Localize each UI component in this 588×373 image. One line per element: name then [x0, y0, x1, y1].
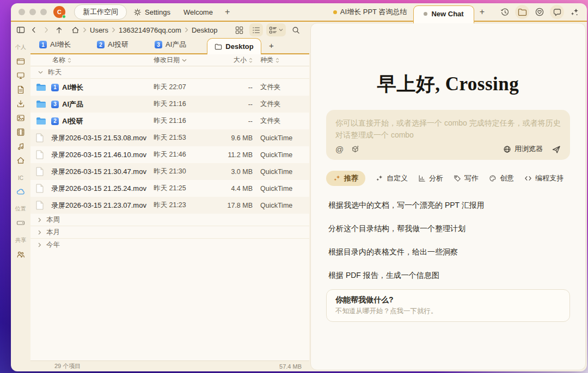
sidebar-item-movies[interactable] [16, 125, 25, 139]
new-workspace-tab-button[interactable]: + [219, 7, 235, 17]
list-view-button[interactable] [249, 23, 263, 36]
search-icon[interactable] [289, 23, 303, 36]
table-row[interactable]: 录屏2026-03-15 21.46.10.mov 昨天 21:46 11.2 … [30, 146, 309, 163]
home-icon[interactable] [71, 26, 79, 34]
tab-badge: 1 [39, 41, 47, 48]
shared-people-icon[interactable] [16, 247, 25, 262]
titlebar-right: AI增长 PPT 咨询总结 New Chat + [327, 3, 581, 21]
column-header-name[interactable]: 名称 [36, 55, 154, 65]
breadcrumb: Users 1363214976qq.com Desktop [71, 26, 218, 34]
file-kind: 文件夹 [253, 116, 303, 126]
column-header-kind[interactable]: 种类 [253, 55, 303, 65]
list-item[interactable]: 根据目录内的表格文件，给出一些洞察 [326, 240, 570, 264]
group-row-yesterday[interactable]: 昨天 [30, 66, 309, 79]
chip-writing[interactable]: 写作 [454, 173, 479, 183]
close-window-button[interactable] [19, 9, 25, 15]
document-file-icon [36, 201, 51, 210]
mention-icon[interactable]: @ [335, 145, 344, 153]
breadcrumb-desktop[interactable]: Desktop [192, 26, 218, 34]
chat-history-tab-label: AI增长 PPT 咨询总结 [340, 7, 407, 17]
list-item[interactable]: 分析这个目录结构，帮我做一个整理计划 [326, 217, 570, 240]
group-row-this-month[interactable]: 本月 [30, 226, 309, 239]
table-row[interactable]: 录屏2026-03-15 21.25.24.mov 昨天 21:25 4.4 M… [30, 180, 309, 197]
chevron-down-icon [182, 59, 187, 62]
welcome-tab[interactable]: Welcome [177, 6, 219, 18]
sidebar-item-home[interactable] [16, 153, 25, 167]
sidebar-item-downloads[interactable] [16, 97, 25, 111]
list-item[interactable]: 根据 PDF 报告，生成一个信息图 [326, 264, 570, 287]
chat-button[interactable] [550, 5, 564, 19]
icloud-drive-icon[interactable] [16, 184, 26, 198]
combo-cube-icon[interactable] [351, 145, 360, 153]
breadcrumb-user-folder[interactable]: 1363214976qq.com [119, 26, 181, 34]
new-chat-tab[interactable]: New Chat [413, 5, 474, 23]
breadcrumb-chevron-icon [83, 27, 87, 33]
chat-history-tab[interactable]: AI增长 PPT 咨询总结 [327, 5, 414, 19]
code-icon [524, 175, 532, 182]
sidebar-item-documents[interactable] [16, 83, 25, 97]
sparkles-icon [570, 8, 579, 17]
file-name: 录屏2026-03-15 21.46.10.mov [51, 150, 154, 160]
hard-drive-icon[interactable] [16, 216, 25, 230]
folder-badge: 2 [51, 117, 59, 125]
chip-creative[interactable]: 创意 [489, 173, 514, 183]
chevron-right-icon [38, 230, 41, 235]
minimize-window-button[interactable] [29, 9, 36, 15]
table-row[interactable]: 录屏2026-03-15 21.30.47.mov 昨天 21:30 3.0 M… [30, 163, 309, 180]
file-date: 昨天 21:30 [154, 167, 218, 176]
finder-tab-ai-research[interactable]: 2 AI投研 [91, 37, 149, 53]
shield-heart-icon [535, 7, 544, 17]
file-name: 录屏2026-03-15 21.53.08.mov [51, 133, 154, 143]
group-row-this-week[interactable]: 本周 [30, 214, 309, 226]
sidebar-item-music[interactable] [16, 139, 25, 153]
chip-analysis[interactable]: 分析 [418, 173, 443, 183]
use-browser-button[interactable]: 用浏览器 [503, 144, 543, 154]
list-item[interactable]: 根据我选中的文档，写一个漂亮的 PPT 汇报用 [326, 194, 570, 217]
send-icon[interactable] [552, 145, 561, 154]
up-button[interactable] [55, 26, 63, 34]
group-view-button[interactable] [266, 23, 286, 36]
group-row-this-year[interactable]: 今年 [30, 239, 309, 251]
column-header-date[interactable]: 修改日期 [154, 55, 218, 65]
sidebar-item-applications[interactable] [16, 54, 25, 69]
chip-recommended[interactable]: 推荐 [326, 171, 365, 186]
column-header-size[interactable]: 大小 [218, 55, 253, 65]
table-row[interactable]: 1 AI增长 昨天 22:07 -- 文件夹 [30, 79, 309, 96]
sidebar-toggle-icon[interactable] [16, 26, 25, 34]
chip-label: 推荐 [344, 173, 358, 183]
chip-label: 分析 [429, 173, 443, 183]
back-button[interactable] [30, 26, 38, 34]
table-row[interactable]: 录屏2026-03-15 21.53.08.mov 昨天 21:53 9.6 M… [30, 129, 309, 146]
help-card[interactable]: 你能帮我做什么? 不知道从哪开始？点我一下就行。 [326, 289, 570, 322]
finder-content: 1 AI增长 2 AI投研 3 AI产品 [30, 38, 309, 371]
workspace-tab[interactable]: 新工作空间 [74, 4, 127, 20]
safety-button[interactable] [532, 5, 547, 19]
new-finder-tab-button[interactable]: + [261, 41, 274, 53]
table-row[interactable]: 2 AI投研 昨天 21:16 -- 文件夹 [30, 113, 309, 129]
maximize-window-button[interactable] [40, 9, 47, 15]
ai-assistant-button[interactable] [567, 5, 581, 19]
file-list: 名称 修改日期 大小 [30, 54, 309, 360]
settings-tab[interactable]: Settings [127, 6, 177, 18]
message-composer[interactable]: 你可以直接开始，或者选择一个 combo 完成特定任务，或者将历史对话整理成一个… [326, 110, 570, 160]
finder-tab-ai-growth[interactable]: 1 AI增长 [34, 37, 91, 53]
sidebar-item-pictures[interactable] [16, 111, 25, 125]
breadcrumb-users[interactable]: Users [90, 26, 108, 34]
file-name: 录屏2026-03-15 21.30.47.mov [51, 167, 154, 177]
sidebar-item-desktop[interactable] [16, 69, 25, 83]
history-button[interactable] [498, 5, 512, 19]
table-row[interactable]: 3 AI产品 昨天 21:16 -- 文件夹 [30, 96, 309, 113]
avatar[interactable]: C [53, 6, 65, 18]
forward-button[interactable] [42, 26, 50, 34]
chip-coding[interactable]: 编程支持 [524, 173, 564, 183]
files-button[interactable] [515, 5, 529, 19]
file-kind: QuickTime [253, 134, 303, 142]
finder-tab-desktop-active[interactable]: Desktop [207, 38, 261, 54]
composer-toolbar: @ 用浏览器 [335, 144, 561, 154]
palette-icon [489, 175, 497, 182]
grid-view-button[interactable] [232, 23, 246, 36]
table-row[interactable]: 录屏2026-03-15 21.23.07.mov 昨天 21:23 17.8 … [30, 197, 309, 214]
finder-tab-ai-product[interactable]: 3 AI产品 [149, 37, 207, 53]
chip-custom[interactable]: 自定义 [376, 173, 408, 183]
new-chat-tab-button[interactable]: + [474, 7, 490, 17]
